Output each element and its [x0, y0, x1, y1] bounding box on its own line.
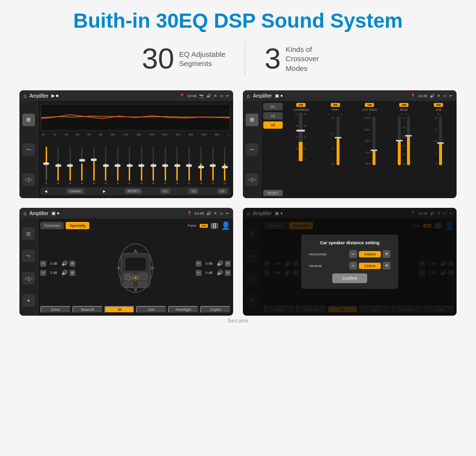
- eq-custom-btn[interactable]: Custom: [67, 188, 84, 194]
- specialty-sidebar-eq-icon[interactable]: ⊞: [22, 227, 35, 240]
- dialog-overlay: Car speaker distance setting Horizontal …: [243, 208, 457, 316]
- crossover-sidebar-eq-icon[interactable]: ⊞: [246, 114, 258, 126]
- user-btn[interactable]: User: [136, 306, 167, 313]
- crossover-sidebar-speaker-icon[interactable]: ◁▷: [246, 173, 258, 186]
- channel-bass: ON BASS FG 3.02.52.01.51.00.5: [388, 103, 420, 196]
- svg-rect-5: [125, 257, 146, 271]
- eq-sidebar-eq-icon[interactable]: ⊞: [22, 114, 35, 126]
- stat-crossover: 3 Kinds ofCrossover Modes: [265, 44, 334, 73]
- eq-u3-btn[interactable]: U3: [217, 188, 227, 194]
- crossover-home-icon[interactable]: ⌂: [247, 93, 250, 99]
- fader-col-14: 0: [207, 147, 219, 185]
- fader-val-6: 0: [117, 182, 119, 185]
- spec-tab-specialty[interactable]: Specialty: [66, 222, 89, 229]
- fader-row: Fader ON 👤: [188, 221, 231, 230]
- eq-topbar-left: ⌂ Amplifier ▶ ■: [23, 93, 59, 99]
- eq-prev-icon[interactable]: ◄: [44, 189, 48, 194]
- fader-val-11: 0: [176, 182, 178, 185]
- eq-play-icon[interactable]: ►: [102, 189, 106, 194]
- phat-toggle[interactable]: ON: [331, 103, 340, 107]
- db-plus-left-bot[interactable]: +: [69, 270, 75, 276]
- horizontal-minus[interactable]: −: [349, 250, 357, 258]
- fader-val-3: 0: [81, 182, 83, 185]
- db-plus-right-top[interactable]: +: [225, 261, 231, 267]
- fader-track-14[interactable]: [212, 147, 214, 181]
- db-minus-right-bot[interactable]: −: [196, 270, 202, 276]
- dialog-box: Car speaker distance setting Horizontal …: [301, 235, 398, 289]
- specialty-sidebar-bt-icon[interactable]: ✦: [22, 294, 35, 307]
- rearright-btn[interactable]: RearRight: [168, 306, 199, 313]
- db-minus-right-top[interactable]: −: [196, 261, 202, 267]
- fader-val-12: 0: [188, 182, 190, 185]
- fader-track-1[interactable]: [57, 147, 59, 181]
- crossover-sidebar-wave-icon[interactable]: 〜: [246, 143, 258, 156]
- fader-col-11: 0: [172, 147, 183, 185]
- eq-sidebar-speaker-icon[interactable]: ◁▷: [22, 173, 35, 186]
- db-plus-right-bot[interactable]: +: [225, 270, 231, 276]
- crossover-u2-btn[interactable]: U2: [263, 112, 283, 119]
- fader-track-6[interactable]: [117, 147, 119, 181]
- specialty-sidebar-wave-icon[interactable]: 〜: [22, 250, 35, 262]
- driver-btn[interactable]: Driver: [40, 306, 71, 313]
- horizontal-plus[interactable]: +: [383, 250, 391, 258]
- fader-track-12[interactable]: [188, 147, 190, 181]
- fader-track-5[interactable]: [105, 147, 106, 181]
- specialty-back-icon[interactable]: ↩: [226, 211, 229, 216]
- eq-close-icon[interactable]: ✕: [214, 94, 217, 98]
- fader-track-3[interactable]: [81, 147, 83, 181]
- fader-track-2[interactable]: [69, 147, 71, 181]
- eq-back-icon[interactable]: ↩: [226, 94, 229, 98]
- eq-reset-btn[interactable]: RESET: [125, 188, 142, 194]
- crossover-close-icon[interactable]: ✕: [437, 94, 441, 98]
- fader-col-0: 0: [41, 147, 52, 185]
- db-plus-left-top[interactable]: +: [69, 261, 75, 267]
- db-row-left-top: − 0 dB 🔊 +: [40, 260, 75, 267]
- fader-track-4[interactable]: [93, 147, 95, 181]
- channel-loudness: ON LOUDNESS 644832160 644832160: [285, 103, 317, 196]
- fader-track-7[interactable]: [129, 147, 130, 181]
- fader-track-15[interactable]: [224, 147, 225, 181]
- fader-bar-3: [215, 223, 216, 229]
- crossover-reset-btn[interactable]: RESET: [263, 190, 283, 196]
- vertical-minus[interactable]: −: [349, 262, 357, 270]
- crossover-back-icon[interactable]: ↩: [449, 94, 453, 98]
- db-minus-left-bot[interactable]: −: [40, 270, 46, 276]
- vertical-val: 110cm: [359, 263, 381, 269]
- spec-tab-common[interactable]: Common: [40, 222, 64, 229]
- specialty-sidebar-speaker-icon[interactable]: ◁▷: [22, 272, 35, 285]
- fader-track-0[interactable]: [46, 147, 47, 181]
- spk-icon-left-bot: 🔊: [61, 270, 68, 276]
- cutfreq-toggle[interactable]: ON: [365, 103, 374, 107]
- eq-sidebar-wave-icon[interactable]: 〜: [22, 143, 35, 156]
- db-minus-left-top[interactable]: −: [40, 261, 46, 267]
- fader-track-13[interactable]: [200, 147, 202, 181]
- confirm-button[interactable]: Confirm: [332, 273, 367, 283]
- eq-u1-btn[interactable]: U1: [160, 188, 170, 194]
- home-icon[interactable]: ⌂: [23, 93, 27, 99]
- car-svg: [111, 239, 160, 297]
- copilot-btn[interactable]: Copilot: [200, 306, 231, 313]
- specialty-window-icon: ▭: [220, 211, 223, 216]
- eq-u2-btn[interactable]: U2: [188, 188, 199, 194]
- fader-track-8[interactable]: [141, 147, 142, 181]
- specialty-home-icon[interactable]: ⌂: [23, 210, 27, 216]
- sub-toggle[interactable]: ON: [434, 103, 443, 107]
- fader-track-9[interactable]: [153, 147, 154, 181]
- rearleft-btn[interactable]: RearLeft: [72, 306, 103, 313]
- crossover-u3-btn[interactable]: U3: [263, 121, 283, 129]
- bass-toggle[interactable]: ON: [399, 103, 408, 107]
- specialty-close-icon[interactable]: ✕: [214, 211, 217, 216]
- loudness-toggle[interactable]: ON: [296, 103, 306, 107]
- all-btn[interactable]: All: [104, 306, 135, 313]
- fader-track-10[interactable]: [165, 147, 166, 181]
- person-icon: 👤: [221, 221, 231, 230]
- crossover-u1-btn[interactable]: U1: [263, 103, 283, 110]
- vertical-plus[interactable]: +: [383, 262, 391, 270]
- fader-val-0: 0: [46, 182, 47, 185]
- loudness-scale2: 644832160: [304, 113, 306, 161]
- fader-track-11[interactable]: [176, 147, 178, 181]
- fader-bar-4: [217, 223, 218, 229]
- crossover-content: ⊞ 〜 ◁▷ U1 U2 U3 RESET ON LOUDNESS: [243, 101, 457, 198]
- eq-content: ⊞ 〜 ◁▷: [19, 101, 233, 198]
- fader-col-1: 0: [53, 147, 64, 185]
